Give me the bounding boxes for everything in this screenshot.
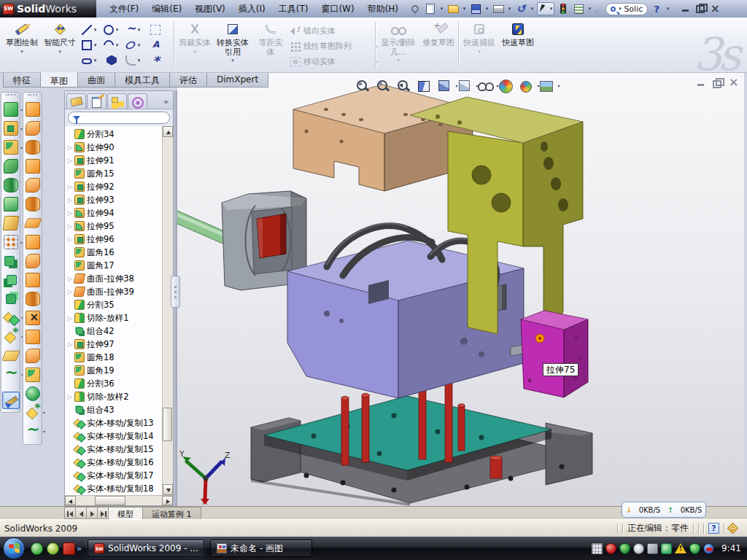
feature-tree-item[interactable]: 切除-放样1	[66, 311, 162, 324]
feature-tree-item[interactable]: 拉伸97	[66, 338, 162, 351]
toolbar-drag-handle[interactable]	[28, 94, 37, 98]
revolved-boss-icon[interactable]	[4, 178, 18, 192]
polygon-tool[interactable]	[101, 52, 123, 68]
lofted-surface-icon[interactable]	[26, 159, 40, 174]
pin-icon[interactable]	[409, 2, 422, 15]
reference-geometry-icon[interactable]	[4, 330, 18, 344]
zoom-to-fit-icon[interactable]	[355, 79, 370, 93]
scrollbar-thumb[interactable]	[95, 496, 125, 505]
dropdown-arrow-icon[interactable]	[42, 410, 44, 415]
expander-icon[interactable]	[66, 184, 74, 190]
options-icon[interactable]	[572, 2, 585, 15]
rapid-sketch-button[interactable]: 快速草图	[500, 20, 535, 48]
antivirus-shield-icon[interactable]	[605, 543, 616, 554]
scroll-right-button[interactable]	[162, 496, 173, 505]
dropdown-arrow-icon[interactable]	[665, 3, 670, 15]
convert-entities-button[interactable]: 转换实体引用	[214, 20, 251, 63]
line-tool[interactable]	[79, 22, 101, 37]
toolbar-drag-handle[interactable]	[6, 94, 15, 98]
tree-filter-input[interactable]	[68, 112, 170, 124]
zoom-to-area-icon[interactable]	[376, 79, 390, 93]
first-tab-button[interactable]	[64, 507, 76, 519]
mirror-entities-button[interactable]: 镜向实体	[290, 23, 378, 39]
last-tab-button[interactable]	[97, 507, 109, 519]
edit-appearance-icon[interactable]	[498, 79, 513, 93]
feature-tree-item[interactable]: 实体-移动/复制16	[66, 456, 162, 469]
lofted-boss-icon[interactable]	[4, 197, 18, 211]
feature-tree-item[interactable]: 分割34	[66, 128, 162, 141]
curve-icon[interactable]	[26, 424, 40, 439]
expander-icon[interactable]	[66, 236, 74, 243]
minimize-button[interactable]	[681, 4, 691, 13]
sketch-text-tool[interactable]	[144, 37, 166, 52]
restore-button[interactable]	[695, 4, 705, 13]
replace-face-icon[interactable]	[26, 330, 40, 344]
instant3d-button[interactable]	[2, 392, 20, 409]
tree-vertical-scrollbar[interactable]	[162, 126, 173, 495]
dropdown-arrow-icon[interactable]	[375, 44, 378, 50]
expander-icon[interactable]	[66, 210, 74, 217]
messenger-status-icon[interactable]	[703, 543, 714, 554]
feature-tree-item[interactable]: 实体-移动/复制18	[66, 482, 162, 495]
dropdown-arrow-icon[interactable]	[587, 3, 592, 15]
sketch-fillet-tool[interactable]	[123, 52, 144, 68]
menu-item[interactable]: 窗口(W)	[315, 1, 360, 18]
ribbon-tab[interactable]: 模具工具	[115, 73, 170, 88]
dropdown-arrow-icon[interactable]	[549, 3, 554, 15]
feature-tree-item[interactable]: 拉伸92	[66, 180, 162, 193]
expander-icon[interactable]	[66, 276, 74, 282]
taskbar-window-solidworks[interactable]: SW SolidWorks 2009 - ...	[88, 540, 204, 557]
menu-item[interactable]: 编辑(E)	[146, 1, 187, 18]
dropdown-arrow-icon[interactable]	[462, 3, 467, 15]
featuremanager-tab[interactable]	[66, 93, 86, 109]
offset-surface-icon[interactable]	[26, 235, 40, 249]
certificate-badge-icon[interactable]	[633, 543, 644, 554]
doc-restore-button[interactable]	[713, 79, 722, 87]
circle-tool[interactable]	[101, 22, 123, 37]
save-icon[interactable]	[469, 2, 482, 15]
propertymanager-tab[interactable]	[87, 93, 107, 109]
ellipse-tool[interactable]	[123, 37, 144, 52]
feature-tree-item[interactable]: 实体-移动/复制14	[66, 429, 162, 443]
doc-close-button[interactable]	[729, 79, 738, 87]
feature-tree-item[interactable]: 圆角15	[66, 167, 162, 180]
reference-geometry-icon[interactable]	[26, 405, 40, 420]
start-button[interactable]	[3, 537, 25, 559]
tab-motion-study[interactable]: 运动算例 1	[142, 507, 201, 519]
point-tool[interactable]	[144, 52, 166, 68]
solidworks-launcher-icon[interactable]	[63, 542, 75, 555]
expander-icon[interactable]	[66, 223, 74, 230]
menu-item[interactable]: 帮助(H)	[362, 1, 404, 18]
freeform-surface-icon[interactable]	[26, 197, 40, 211]
tag-icon[interactable]	[727, 523, 739, 534]
repair-sketch-button[interactable]: 修复草图	[422, 20, 455, 48]
rebuild-icon[interactable]	[557, 2, 570, 15]
display-style-icon[interactable]	[457, 79, 472, 93]
feature-tree-item[interactable]: 组合42	[66, 324, 162, 338]
new-document-icon[interactable]	[424, 2, 437, 15]
trim-entities-button[interactable]: 剪裁实体	[178, 20, 212, 55]
dropdown-arrow-icon[interactable]	[375, 59, 378, 65]
network-speed-widget[interactable]: ↓ 0KB/S ↑ 0KB/S	[622, 502, 706, 518]
expander-icon[interactable]	[66, 158, 74, 164]
trim-surface-icon[interactable]	[26, 349, 40, 363]
scroll-left-button[interactable]	[65, 496, 76, 505]
revolved-surface-icon[interactable]	[26, 121, 40, 136]
taskbar-window-paint[interactable]: 未命名 - 画图	[210, 540, 312, 557]
curve-icon[interactable]	[4, 368, 18, 382]
search-input[interactable]: Solic	[605, 3, 648, 15]
toolbar-overflow[interactable]: ..	[595, 5, 599, 13]
selection-box-tool[interactable]	[144, 22, 166, 37]
extruded-surface-icon[interactable]	[26, 140, 40, 155]
menu-item[interactable]: 工具(T)	[273, 1, 314, 18]
sync-icon[interactable]	[661, 543, 672, 554]
knit-surface-icon[interactable]	[26, 254, 40, 268]
feature-tree-item[interactable]: 拉伸91	[66, 154, 162, 167]
fillet-icon[interactable]	[4, 140, 18, 155]
ruled-surface-icon[interactable]	[26, 292, 40, 306]
dropdown-arrow-icon[interactable]	[530, 3, 535, 15]
dropdown-arrow-icon[interactable]	[439, 3, 444, 15]
menu-item[interactable]: 文件(F)	[104, 1, 144, 18]
expander-icon[interactable]	[66, 144, 74, 151]
scroll-up-button[interactable]	[163, 126, 173, 137]
